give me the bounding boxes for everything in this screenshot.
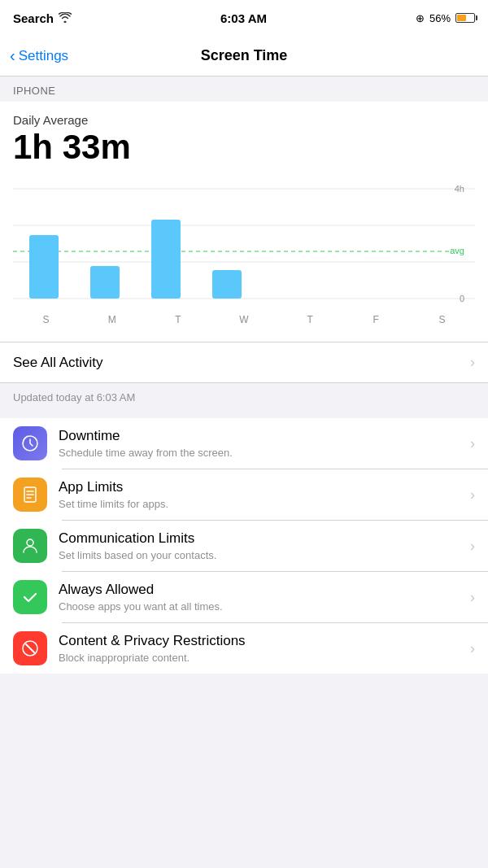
menu-section: Downtime Schedule time away from the scr… <box>0 418 488 674</box>
content-privacy-row[interactable]: Content & Privacy Restrictions Block ina… <box>0 623 488 674</box>
app-limits-subtitle: Set time limits for apps. <box>59 498 470 510</box>
day-label-m: M <box>101 314 124 325</box>
app-limits-icon <box>13 478 47 512</box>
usage-chart: 4h 0 avg S M T W T F S <box>0 181 488 342</box>
updated-label: Updated today at 6:03 AM <box>0 383 488 412</box>
carrier-label: Search <box>13 11 54 25</box>
day-label-t1: T <box>167 314 190 325</box>
day-label-s2: S <box>430 314 453 325</box>
content-privacy-subtitle: Block inappropriate content. <box>59 652 470 664</box>
communication-limits-icon <box>13 529 47 563</box>
downtime-subtitle: Schedule time away from the screen. <box>59 447 470 459</box>
downtime-title: Downtime <box>59 428 470 444</box>
communication-limits-text: Communication Limits Set limits based on… <box>59 530 470 560</box>
downtime-chevron: › <box>470 435 475 452</box>
downtime-row[interactable]: Downtime Schedule time away from the scr… <box>0 418 488 469</box>
content-privacy-text: Content & Privacy Restrictions Block ina… <box>59 633 470 663</box>
page-title: Screen Time <box>201 47 288 64</box>
see-all-activity-label: See All Activity <box>13 355 103 371</box>
bar-M <box>90 266 120 299</box>
chart-day-labels: S M T W T F S <box>13 311 475 332</box>
app-limits-chevron: › <box>470 486 475 504</box>
battery-percent: 56% <box>429 12 451 24</box>
status-bar: Search 6:03 AM ⊕ 56% <box>0 0 488 36</box>
nav-bar: ‹ Settings Screen Time <box>0 36 488 76</box>
always-allowed-title: Always Allowed <box>59 582 470 598</box>
communication-limits-title: Communication Limits <box>59 530 470 547</box>
bar-T1 <box>151 220 181 299</box>
communication-limits-subtitle: Set limits based on your contacts. <box>59 549 470 561</box>
wifi-icon <box>59 11 72 25</box>
back-button[interactable]: ‹ Settings <box>10 48 68 64</box>
day-label-f: F <box>364 314 387 325</box>
status-left: Search <box>13 11 72 25</box>
status-time: 6:03 AM <box>220 11 267 25</box>
bar-S <box>29 235 59 299</box>
svg-text:avg: avg <box>450 246 464 255</box>
status-right: ⊕ 56% <box>416 12 475 24</box>
svg-point-13 <box>27 539 33 546</box>
content-privacy-chevron: › <box>470 640 475 657</box>
svg-text:4h: 4h <box>455 184 464 194</box>
chevron-right-icon: › <box>470 354 475 371</box>
back-label: Settings <box>19 48 68 64</box>
daily-average-value: 1h 33m <box>13 129 475 166</box>
downtime-icon <box>13 426 47 460</box>
always-allowed-row[interactable]: Always Allowed Choose apps you want at a… <box>0 572 488 622</box>
bar-W <box>212 270 242 299</box>
day-label-w: W <box>233 314 255 325</box>
communication-limits-chevron: › <box>470 538 475 555</box>
chevron-left-icon: ‹ <box>10 47 15 63</box>
always-allowed-icon <box>13 580 47 614</box>
always-allowed-text: Always Allowed Choose apps you want at a… <box>59 582 470 612</box>
content-privacy-icon <box>13 631 47 665</box>
daily-average-card: Daily Average 1h 33m <box>0 102 488 181</box>
svg-text:0: 0 <box>460 294 464 303</box>
day-label-s1: S <box>35 314 58 325</box>
content-privacy-title: Content & Privacy Restrictions <box>59 633 470 649</box>
daily-average-label: Daily Average <box>13 113 475 127</box>
rotation-lock-icon: ⊕ <box>416 12 425 24</box>
always-allowed-chevron: › <box>470 589 475 606</box>
app-limits-text: App Limits Set time limits for apps. <box>59 479 470 509</box>
communication-limits-row[interactable]: Communication Limits Set limits based on… <box>0 521 488 571</box>
bar-chart-svg: 4h 0 avg <box>13 181 475 311</box>
see-all-activity-row[interactable]: See All Activity › <box>0 342 488 382</box>
section-gap <box>0 412 488 418</box>
app-limits-title: App Limits <box>59 479 470 495</box>
day-label-t2: T <box>298 314 321 325</box>
always-allowed-subtitle: Choose apps you want at all times. <box>59 600 470 613</box>
svg-line-15 <box>26 644 34 652</box>
downtime-text: Downtime Schedule time away from the scr… <box>59 428 470 458</box>
section-header-iphone: IPHONE <box>0 76 488 102</box>
battery-icon <box>455 13 475 23</box>
app-limits-row[interactable]: App Limits Set time limits for apps. › <box>0 469 488 520</box>
